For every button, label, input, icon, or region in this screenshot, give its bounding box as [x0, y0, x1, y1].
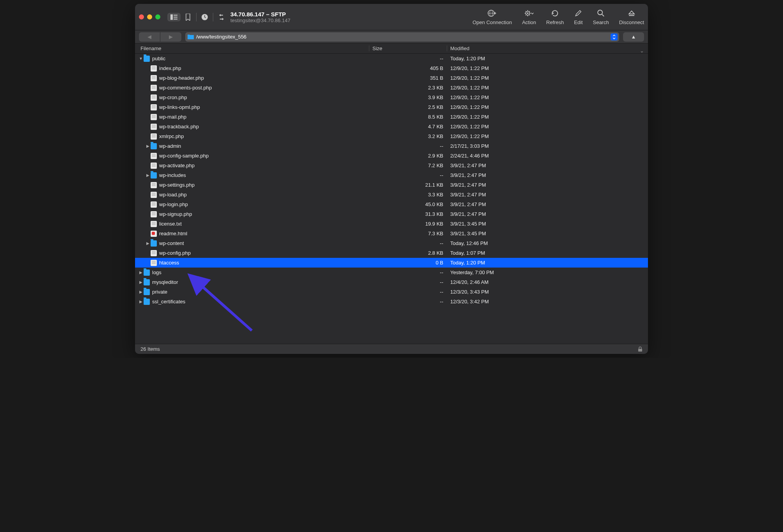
file-size: 4.7 KB	[369, 124, 447, 130]
file-row[interactable]: ▶mysqleditor--12/4/20, 2:46 AM	[135, 277, 648, 287]
file-row[interactable]: ▶logs--Yesterday, 7:00 PM	[135, 268, 648, 277]
toolbar-label: Disconnect	[619, 19, 644, 25]
go-up-button[interactable]: ▲	[623, 32, 644, 42]
file-row[interactable]: wp-config-sample.php2.9 KB2/24/21, 4:46 …	[135, 151, 648, 161]
file-list[interactable]: ▼public--Today, 1:20 PMindex.php405 B12/…	[135, 54, 648, 344]
file-row[interactable]: htaccess0 BToday, 1:20 PM	[135, 258, 648, 268]
file-row[interactable]: wp-config.php2.8 KBToday, 1:07 PM	[135, 248, 648, 258]
file-icon	[151, 182, 157, 188]
file-modified: 3/9/21, 2:47 PM	[447, 172, 648, 178]
column-header-modified[interactable]: Modified ⌄	[447, 46, 648, 51]
file-row[interactable]: ▶wp-includes--3/9/21, 2:47 PM	[135, 170, 648, 180]
path-field[interactable]: /www/testingsitex_556	[185, 32, 619, 42]
search-button[interactable]: Search	[593, 9, 609, 25]
file-name: wp-trackback.php	[159, 124, 199, 130]
file-icon	[151, 65, 157, 72]
history-icon[interactable]	[200, 12, 210, 22]
item-count: 26 Items	[140, 346, 160, 352]
disconnect-button[interactable]: Disconnect	[619, 9, 644, 25]
file-name: wp-load.php	[159, 192, 187, 198]
file-size: --	[369, 279, 447, 285]
file-name: wp-activate.php	[159, 163, 195, 168]
disclosure-triangle[interactable]: ▶	[138, 290, 144, 294]
disclosure-triangle[interactable]: ▶	[145, 241, 151, 245]
search-icon	[597, 9, 605, 18]
file-modified: 12/9/20, 1:22 PM	[447, 114, 648, 120]
file-name: wp-cron.php	[159, 94, 187, 100]
edit-button[interactable]: Edit	[574, 9, 583, 25]
bookmarks-toggle[interactable]	[167, 13, 181, 21]
minimize-window-button[interactable]	[147, 14, 152, 19]
disclosure-triangle[interactable]: ▶	[138, 270, 144, 275]
file-size: --	[369, 289, 447, 295]
window-controls	[139, 14, 160, 19]
file-size: 2.8 KB	[369, 250, 447, 256]
file-size: 3.2 KB	[369, 133, 447, 139]
file-icon	[151, 211, 157, 217]
file-size: 45.0 KB	[369, 201, 447, 207]
toolbar-actions: Open Connection Action Refresh Edit Sear…	[472, 9, 644, 25]
file-modified: Yesterday, 7:00 PM	[447, 270, 648, 275]
file-row[interactable]: wp-links-opml.php2.5 KB12/9/20, 1:22 PM	[135, 102, 648, 112]
file-row[interactable]: wp-trackback.php4.7 KB12/9/20, 1:22 PM	[135, 122, 648, 131]
file-row[interactable]: wp-mail.php8.5 KB12/9/20, 1:22 PM	[135, 112, 648, 122]
file-row[interactable]: wp-comments-post.php2.3 KB12/9/20, 1:22 …	[135, 83, 648, 93]
file-row[interactable]: ▶wp-content--Today, 12:46 PM	[135, 238, 648, 248]
file-row[interactable]: wp-signup.php31.3 KB3/9/21, 2:47 PM	[135, 209, 648, 219]
bookmark-icon[interactable]	[183, 12, 193, 22]
file-size: 2.3 KB	[369, 85, 447, 91]
file-modified: Today, 1:07 PM	[447, 250, 648, 256]
file-row[interactable]: ▶private--12/3/20, 3:43 PM	[135, 287, 648, 297]
path-text: /www/testingsitex_556	[196, 34, 246, 40]
file-icon	[151, 94, 157, 101]
file-size: 7.3 KB	[369, 231, 447, 236]
refresh-button[interactable]: Refresh	[546, 9, 564, 25]
file-row[interactable]: ▼public--Today, 1:20 PM	[135, 54, 648, 63]
nav-back-button[interactable]: ◀	[139, 32, 160, 42]
file-row[interactable]: wp-settings.php21.1 KB3/9/21, 2:47 PM	[135, 180, 648, 190]
file-size: --	[369, 56, 447, 61]
close-window-button[interactable]	[139, 14, 144, 19]
pencil-icon	[574, 9, 582, 18]
toolbar-divider	[213, 13, 213, 21]
file-size: 2.5 KB	[369, 104, 447, 110]
file-row[interactable]: wp-activate.php7.2 KB3/9/21, 2:47 PM	[135, 161, 648, 170]
file-size: 31.3 KB	[369, 211, 447, 217]
open-connection-button[interactable]: Open Connection	[472, 9, 512, 25]
file-modified: 12/9/20, 1:22 PM	[447, 75, 648, 81]
file-name: wp-content	[159, 240, 184, 246]
toolbar-label: Edit	[574, 19, 583, 25]
toolbar-label: Refresh	[546, 19, 564, 25]
disclosure-triangle[interactable]: ▶	[145, 173, 151, 177]
path-dropdown-button[interactable]	[611, 33, 618, 40]
file-row[interactable]: wp-login.php45.0 KB3/9/21, 2:47 PM	[135, 200, 648, 209]
file-row[interactable]: wp-blog-header.php351 B12/9/20, 1:22 PM	[135, 73, 648, 83]
transfer-icon[interactable]	[216, 12, 226, 22]
file-row[interactable]: license.txt19.9 KB3/9/21, 3:45 PM	[135, 219, 648, 229]
file-name: wp-login.php	[159, 201, 188, 207]
file-row[interactable]: wp-load.php3.3 KB3/9/21, 2:47 PM	[135, 190, 648, 200]
file-size: --	[369, 240, 447, 246]
file-row[interactable]: wp-cron.php3.9 KB12/9/20, 1:22 PM	[135, 93, 648, 102]
file-row[interactable]: readme.html7.3 KB3/9/21, 3:45 PM	[135, 229, 648, 238]
nav-forward-button[interactable]: ▶	[160, 32, 181, 42]
file-name: wp-blog-header.php	[159, 75, 204, 81]
column-header-size[interactable]: Size	[369, 46, 447, 51]
file-row[interactable]: ▶ssl_certificates--12/3/20, 3:42 PM	[135, 297, 648, 306]
action-button[interactable]: Action	[522, 9, 536, 25]
file-row[interactable]: index.php405 B12/9/20, 1:22 PM	[135, 63, 648, 73]
maximize-window-button[interactable]	[155, 14, 160, 19]
folder-icon	[144, 279, 150, 285]
folder-icon	[151, 240, 157, 247]
file-modified: 12/3/20, 3:42 PM	[447, 299, 648, 304]
column-header-filename[interactable]: Filename	[135, 46, 369, 51]
disclosure-triangle[interactable]: ▶	[138, 299, 144, 304]
file-size: 2.9 KB	[369, 153, 447, 159]
disclosure-triangle[interactable]: ▶	[138, 280, 144, 284]
file-name: xmlrpc.php	[159, 133, 184, 139]
file-row[interactable]: xmlrpc.php3.2 KB12/9/20, 1:22 PM	[135, 131, 648, 141]
disclosure-triangle[interactable]: ▶	[145, 144, 151, 148]
file-row[interactable]: ▶wp-admin--2/17/21, 3:03 PM	[135, 141, 648, 151]
disclosure-triangle[interactable]: ▼	[138, 56, 144, 61]
svg-rect-3	[174, 19, 177, 19]
